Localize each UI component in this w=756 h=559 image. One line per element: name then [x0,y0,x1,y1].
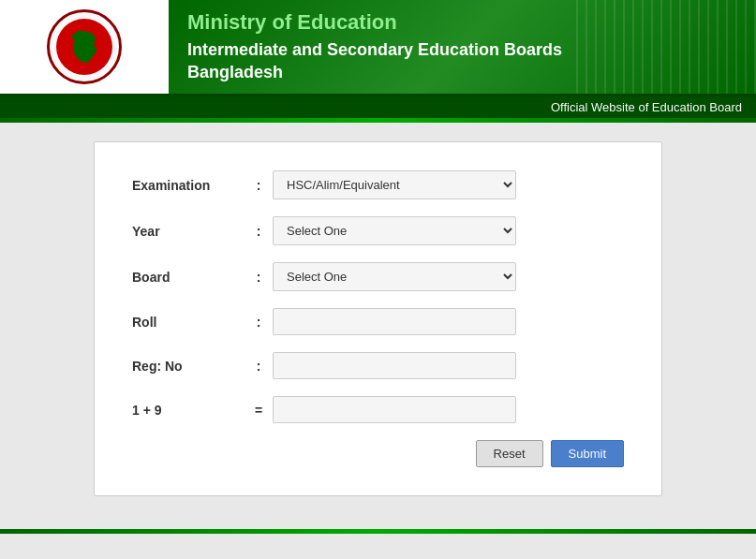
ministry-subtitle: Intermediate and Secondary Education Boa… [187,39,737,83]
reg-no-control [273,352,624,379]
roll-colon: : [245,315,273,330]
board-colon: : [245,270,273,285]
year-colon: : [245,224,273,239]
reg-no-label: Reg: No [132,359,245,374]
logo-area [0,0,169,94]
subtitle-line1: Intermediate and Secondary Education Boa… [187,40,562,59]
examination-label: Examination [132,178,245,193]
roll-input[interactable] [273,308,516,335]
roll-row: Roll : [132,308,624,335]
bottom-accent [0,529,756,534]
form-box: Examination : HSC/Alim/Equivalent SSC/Da… [94,141,662,496]
submit-button[interactable]: Submit [551,440,624,467]
board-control: Select One Dhaka Chittagong Rajshahi [273,262,624,291]
captcha-label: 1 + 9 [132,403,245,418]
captcha-equals: = [245,403,273,418]
captcha-input[interactable] [273,396,516,423]
examination-row: Examination : HSC/Alim/Equivalent SSC/Da… [132,170,624,199]
subtitle-line2: Bangladesh [187,63,283,81]
captcha-row: 1 + 9 = [132,396,624,423]
examination-control: HSC/Alim/Equivalent SSC/Dakhil/Equivalen… [273,170,624,199]
year-control: Select One 2024 2023 2022 [273,216,624,245]
logo-circle [47,9,122,84]
year-select[interactable]: Select One 2024 2023 2022 [273,216,516,245]
board-select[interactable]: Select One Dhaka Chittagong Rajshahi [273,262,516,291]
button-row: Reset Submit [132,440,624,467]
reg-no-row: Reg: No : [132,352,624,379]
examination-colon: : [245,178,273,193]
main-content: Examination : HSC/Alim/Equivalent SSC/Da… [0,123,756,515]
reset-button[interactable]: Reset [476,440,543,467]
board-row: Board : Select One Dhaka Chittagong Rajs… [132,262,624,291]
official-website-text: Official Website of Education Board [551,100,742,114]
captcha-control [273,396,624,423]
roll-label: Roll [132,315,245,330]
official-website-bar: Official Website of Education Board [0,96,756,118]
board-label: Board [132,270,245,285]
accent-bar-bottom [0,529,756,534]
year-label: Year [132,224,245,239]
roll-control [273,308,624,335]
logo-inner [56,19,112,75]
year-row: Year : Select One 2024 2023 2022 [132,216,624,245]
header: Ministry of Education Intermediate and S… [0,0,756,96]
ministry-title: Ministry of Education [187,10,737,35]
reg-no-input[interactable] [273,352,516,379]
examination-select[interactable]: HSC/Alim/Equivalent SSC/Dakhil/Equivalen… [273,170,516,199]
logo-map [70,31,98,64]
page-wrapper: Ministry of Education Intermediate and S… [0,0,756,559]
reg-no-colon: : [245,359,273,374]
header-text-area: Ministry of Education Intermediate and S… [169,0,756,94]
